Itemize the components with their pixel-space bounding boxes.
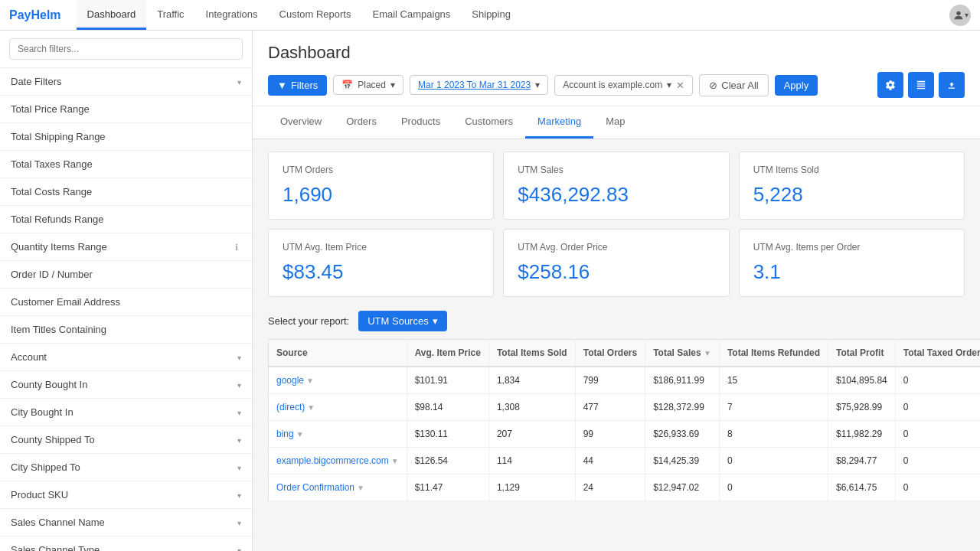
sidebar-item-11[interactable]: County Bought In▾ xyxy=(0,371,252,399)
utm-table: SourceAvg. Item PriceTotal Items SoldTot… xyxy=(268,339,980,501)
date-range-filter-tag[interactable]: Mar 1 2023 To Mar 31 2023 ▾ xyxy=(410,75,548,95)
report-select-button[interactable]: UTM Sources ▾ xyxy=(358,311,446,331)
cell-1-3: 477 xyxy=(575,394,645,421)
cell-2-5: 8 xyxy=(719,421,828,448)
cell-0-3: 799 xyxy=(575,367,645,394)
cell-1-1: $98.14 xyxy=(407,394,488,421)
card-value-0: 1,690 xyxy=(283,183,479,207)
cell-4-6: $6,614.75 xyxy=(828,474,896,501)
source-link[interactable]: (direct) ▼ xyxy=(276,402,399,412)
cell-1-4: $128,372.99 xyxy=(645,394,720,421)
cell-1-0[interactable]: (direct) ▼ xyxy=(269,394,407,421)
sidebar-item-13[interactable]: County Shipped To▾ xyxy=(0,426,252,454)
tab-customers[interactable]: Customers xyxy=(452,106,525,139)
card-label-0: UTM Orders xyxy=(283,165,479,175)
download-icon-button[interactable] xyxy=(939,72,965,98)
nav-item-custom-reports[interactable]: Custom Reports xyxy=(269,0,362,30)
table-icon-button[interactable] xyxy=(908,72,934,98)
account-filter-tag[interactable]: Account is example.com ▾ ✕ xyxy=(554,75,693,96)
source-link[interactable]: example.bigcommerce.com ▼ xyxy=(276,455,399,466)
sidebar-item-5[interactable]: Total Refunds Range xyxy=(0,206,252,233)
cell-3-6: $8,294.77 xyxy=(828,448,896,474)
source-link[interactable]: google ▼ xyxy=(276,375,399,386)
page-title: Dashboard xyxy=(268,43,965,63)
chevron-icon: ▾ xyxy=(237,546,241,551)
user-avatar[interactable]: ▾ xyxy=(949,5,971,26)
cell-2-0[interactable]: bing ▼ xyxy=(269,421,407,448)
sidebar-item-4[interactable]: Total Costs Range xyxy=(0,178,252,206)
table-row: Order Confirmation ▼$11.471,12924$12,947… xyxy=(269,474,981,501)
filter-icon[interactable]: ▼ xyxy=(357,484,364,492)
nav-item-shipping[interactable]: Shipping xyxy=(461,0,521,30)
col-header-6: Total Profit xyxy=(828,340,896,367)
cell-1-5: 7 xyxy=(719,394,828,421)
source-link[interactable]: Order Confirmation ▼ xyxy=(276,482,399,493)
cell-0-0[interactable]: google ▼ xyxy=(269,367,407,394)
account-filter-close[interactable]: ✕ xyxy=(676,80,684,91)
cell-0-5: 15 xyxy=(719,367,828,394)
clear-all-button[interactable]: ⊘ Clear All xyxy=(699,74,768,96)
chevron-icon: ▾ xyxy=(237,354,241,362)
source-link[interactable]: bing ▼ xyxy=(276,429,399,439)
nav-item-dashboard[interactable]: Dashboard xyxy=(77,0,147,30)
sidebar-item-16[interactable]: Sales Channel Name▾ xyxy=(0,509,252,536)
card-label-2: UTM Items Sold xyxy=(753,165,950,175)
cell-3-7: 0 xyxy=(895,448,980,474)
settings-icon-button[interactable] xyxy=(877,72,903,98)
nav-item-integrations[interactable]: Integrations xyxy=(195,0,269,30)
cards-section: UTM Orders 1,690 UTM Sales $436,292.83 U… xyxy=(253,139,980,303)
sidebar-item-6[interactable]: Quantity Items Rangeℹ xyxy=(0,233,252,261)
tab-map[interactable]: Map xyxy=(593,106,637,139)
cell-4-0[interactable]: Order Confirmation ▼ xyxy=(269,474,407,501)
sidebar-item-9[interactable]: Item Titles Containing xyxy=(0,316,252,344)
cell-1-2: 1,308 xyxy=(488,394,575,421)
sidebar-item-8[interactable]: Customer Email Address xyxy=(0,289,252,316)
filters-button[interactable]: ▼ Filters xyxy=(268,75,327,96)
nav-item-traffic[interactable]: Traffic xyxy=(146,0,194,30)
card-5: UTM Avg. Items per Order 3.1 xyxy=(739,229,965,297)
tabs-bar: Overview Orders Products Customers Marke… xyxy=(253,106,980,139)
chevron-icon: ▾ xyxy=(237,409,241,417)
cell-4-4: $12,947.02 xyxy=(645,474,720,501)
cell-4-7: 0 xyxy=(895,474,980,501)
card-value-3: $83.45 xyxy=(283,260,479,284)
sidebar: Date Filters▾Total Price RangeTotal Ship… xyxy=(0,31,253,551)
sidebar-item-3[interactable]: Total Taxes Range xyxy=(0,151,252,178)
filter-icon[interactable]: ▼ xyxy=(296,430,304,439)
sidebar-item-1[interactable]: Total Price Range xyxy=(0,96,252,123)
report-label: Select your report: xyxy=(268,315,349,327)
sidebar-item-15[interactable]: Product SKU▾ xyxy=(0,481,252,509)
nav-item-email-campaigns[interactable]: Email Campaigns xyxy=(361,0,461,30)
tab-products[interactable]: Products xyxy=(389,106,452,139)
sidebar-item-0[interactable]: Date Filters▾ xyxy=(0,68,252,96)
chevron-down-icon: ▾ xyxy=(390,80,395,90)
sidebar-item-2[interactable]: Total Shipping Range xyxy=(0,123,252,151)
sidebar-item-10[interactable]: Account▾ xyxy=(0,344,252,371)
sidebar-item-7[interactable]: Order ID / Number xyxy=(0,261,252,289)
col-header-4[interactable]: Total Sales ▼ xyxy=(645,340,720,367)
chevron-icon: ▾ xyxy=(237,381,241,390)
sidebar-item-14[interactable]: City Shipped To▾ xyxy=(0,454,252,481)
cell-3-5: 0 xyxy=(719,448,828,474)
card-value-4: $258.16 xyxy=(518,260,714,284)
topnav: PayHelm Dashboard Traffic Integrations C… xyxy=(0,0,980,31)
tab-overview[interactable]: Overview xyxy=(268,106,334,139)
sort-icon[interactable]: ▼ xyxy=(704,349,711,357)
chevron-down-icon: ▾ xyxy=(667,80,671,90)
filter-icon[interactable]: ▼ xyxy=(307,403,315,412)
table-row: (direct) ▼$98.141,308477$128,372.997$75,… xyxy=(269,394,981,421)
filter-icon[interactable]: ▼ xyxy=(306,377,314,385)
filter-icon[interactable]: ▼ xyxy=(391,457,399,465)
apply-button[interactable]: Apply xyxy=(775,75,818,96)
card-value-1: $436,292.83 xyxy=(518,183,714,207)
tab-marketing[interactable]: Marketing xyxy=(525,106,593,139)
cell-0-6: $104,895.84 xyxy=(828,367,896,394)
cell-0-2: 1,834 xyxy=(488,367,575,394)
tab-orders[interactable]: Orders xyxy=(334,106,389,139)
placed-filter-tag[interactable]: 📅 Placed ▾ xyxy=(333,75,403,95)
search-input[interactable] xyxy=(9,38,243,60)
cell-3-0[interactable]: example.bigcommerce.com ▼ xyxy=(269,448,407,474)
card-label-3: UTM Avg. Item Price xyxy=(283,242,479,253)
sidebar-item-17[interactable]: Sales Channel Type▾ xyxy=(0,536,252,551)
sidebar-item-12[interactable]: City Bought In▾ xyxy=(0,399,252,426)
